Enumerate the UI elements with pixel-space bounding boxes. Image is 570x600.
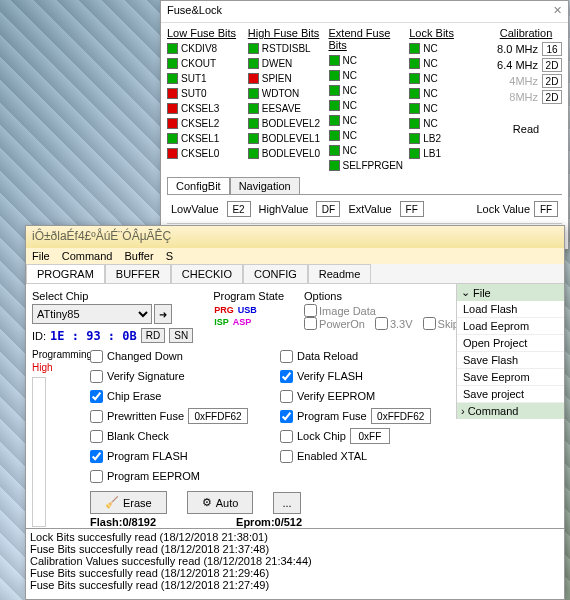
fuse-bit-nc[interactable]: NC <box>409 116 488 131</box>
side-file-header[interactable]: ⌄File <box>457 284 564 301</box>
opt-poweron[interactable]: PowerOn <box>304 317 365 330</box>
rd-button[interactable]: RD <box>141 328 165 343</box>
fuse-bit-cksel3[interactable]: CKSEL3 <box>167 101 246 116</box>
menu-s[interactable]: S <box>166 250 173 262</box>
fuse-bit-sut0[interactable]: SUT0 <box>167 86 246 101</box>
chk-lock-chip[interactable] <box>280 430 293 443</box>
cal-value-input[interactable] <box>542 58 562 72</box>
tab-checkio[interactable]: CHECKIO <box>171 264 243 283</box>
side-item-save-flash[interactable]: Save Flash <box>457 352 564 369</box>
prewritten-fuse-value[interactable] <box>188 408 248 424</box>
fuse-bit-nc[interactable]: NC <box>409 41 488 56</box>
tab-config[interactable]: CONFIG <box>243 264 308 283</box>
ext-fuse-header: Extend Fuse Bits <box>329 27 408 51</box>
chk-changed-down[interactable] <box>90 350 103 363</box>
fuse-bit-wdton[interactable]: WDTON <box>248 86 327 101</box>
auto-button[interactable]: ⚙Auto <box>187 491 254 514</box>
erase-button[interactable]: 🧹Erase <box>90 491 167 514</box>
side-item-save-eeprom[interactable]: Save Eeprom <box>457 369 564 386</box>
chk-data-reload[interactable] <box>280 350 293 363</box>
side-item-open-project[interactable]: Open Project <box>457 335 564 352</box>
fuse-bit-ckdiv8[interactable]: CKDIV8 <box>167 41 246 56</box>
lock-chip-value[interactable] <box>350 428 390 444</box>
chk-chip-erase[interactable] <box>90 390 103 403</box>
tab-program[interactable]: PROGRAM <box>26 264 105 283</box>
calibration-read-button[interactable]: Read <box>490 123 562 135</box>
bit-indicator <box>248 73 259 84</box>
bit-indicator <box>167 133 178 144</box>
chk-verify-signature[interactable] <box>90 370 103 383</box>
fuse-bit-nc[interactable]: NC <box>329 128 408 143</box>
fuse-bit-nc[interactable]: NC <box>409 86 488 101</box>
tab-readme[interactable]: Readme <box>308 264 372 283</box>
fuse-bit-nc[interactable]: NC <box>329 143 408 158</box>
fuse-bit-selfprgen[interactable]: SELFPRGEN <box>329 158 408 173</box>
fuse-bit-bodlevel0[interactable]: BODLEVEL0 <box>248 146 327 161</box>
log-panel: Lock Bits succesfully read (18/12/2018 2… <box>25 528 565 600</box>
side-item-save-project[interactable]: Save project <box>457 386 564 403</box>
fuse-bit-nc[interactable]: NC <box>409 101 488 116</box>
cal-value-input[interactable] <box>542 74 562 88</box>
program-state-label: Program State <box>213 290 284 302</box>
fuse-titlebar[interactable]: Fuse&Lock ✕ <box>161 1 568 23</box>
bit-indicator <box>409 58 420 69</box>
chk-verify-flash[interactable] <box>280 370 293 383</box>
fuse-bit-cksel1[interactable]: CKSEL1 <box>167 131 246 146</box>
chip-go-button[interactable]: ➜ <box>154 304 172 324</box>
extvalue-input[interactable] <box>400 201 424 217</box>
fuse-bit-bodlevel2[interactable]: BODLEVEL2 <box>248 116 327 131</box>
chk-enabled-xtal[interactable] <box>280 450 293 463</box>
fuse-bit-nc[interactable]: NC <box>409 56 488 71</box>
lockvalue-input[interactable] <box>534 201 558 217</box>
fuse-bit-cksel0[interactable]: CKSEL0 <box>167 146 246 161</box>
fuse-bit-spien[interactable]: SPIEN <box>248 71 327 86</box>
fuse-bit-nc[interactable]: NC <box>329 68 408 83</box>
menu-command[interactable]: Command <box>62 250 113 262</box>
highvalue-input[interactable] <box>316 201 340 217</box>
fuse-bit-cksel2[interactable]: CKSEL2 <box>167 116 246 131</box>
fuse-bit-nc[interactable]: NC <box>329 83 408 98</box>
opt-3v3[interactable]: 3.3V <box>375 317 413 330</box>
close-icon[interactable]: ✕ <box>553 4 562 19</box>
side-item-load-flash[interactable]: Load Flash <box>457 301 564 318</box>
fuse-bit-nc[interactable]: NC <box>329 113 408 128</box>
side-command-header[interactable]: ›Command <box>457 403 564 419</box>
fuse-bit-nc[interactable]: NC <box>409 71 488 86</box>
chip-select[interactable]: ATtiny85 <box>32 304 152 324</box>
tab-navigation[interactable]: Navigation <box>230 177 300 194</box>
chk-program-fuse[interactable] <box>280 410 293 423</box>
fuse-bit-lb2[interactable]: LB2 <box>409 131 488 146</box>
tab-configbit[interactable]: ConfigBit <box>167 177 230 194</box>
chk-blank-check[interactable] <box>90 430 103 443</box>
opt-image-data[interactable]: Image Data <box>304 304 376 317</box>
log-line: Fuse Bits succesfully read (18/12/2018 2… <box>30 567 560 579</box>
cal-value-input[interactable] <box>542 42 562 56</box>
cal-value-input[interactable] <box>542 90 562 104</box>
chk-program-flash[interactable] <box>90 450 103 463</box>
log-line: Calibration Values succesfully read (18/… <box>30 555 560 567</box>
chk-verify-eeprom[interactable] <box>280 390 293 403</box>
fuse-bit-lb1[interactable]: LB1 <box>409 146 488 161</box>
fuse-bit-eesave[interactable]: EESAVE <box>248 101 327 116</box>
tab-buffer[interactable]: BUFFER <box>105 264 171 283</box>
sn-button[interactable]: SN <box>169 328 193 343</box>
fuse-bit-ckout[interactable]: CKOUT <box>167 56 246 71</box>
fuse-bit-nc[interactable]: NC <box>329 98 408 113</box>
fuse-bit-dwen[interactable]: DWEN <box>248 56 327 71</box>
side-item-load-eeprom[interactable]: Load Eeprom <box>457 318 564 335</box>
fuse-bit-bodlevel1[interactable]: BODLEVEL1 <box>248 131 327 146</box>
chk-prewritten-fuse[interactable] <box>90 410 103 423</box>
high-fuse-col: High Fuse Bits RSTDISBLDWENSPIENWDTONEES… <box>248 27 327 173</box>
chk-program-eeprom[interactable] <box>90 470 103 483</box>
fuse-bit-rstdisbl[interactable]: RSTDISBL <box>248 41 327 56</box>
lowvalue-input[interactable] <box>227 201 251 217</box>
cal-row: 8MHz <box>490 89 562 105</box>
fuse-bit-sut1[interactable]: SUT1 <box>167 71 246 86</box>
menu-file[interactable]: File <box>32 250 50 262</box>
more-button[interactable]: ... <box>273 492 300 514</box>
fuse-bit-nc[interactable]: NC <box>329 53 408 68</box>
program-fuse-value[interactable] <box>371 408 431 424</box>
menu-buffer[interactable]: Buffer <box>124 250 153 262</box>
lock-bits-header: Lock Bits <box>409 27 488 39</box>
bit-indicator <box>248 58 259 69</box>
